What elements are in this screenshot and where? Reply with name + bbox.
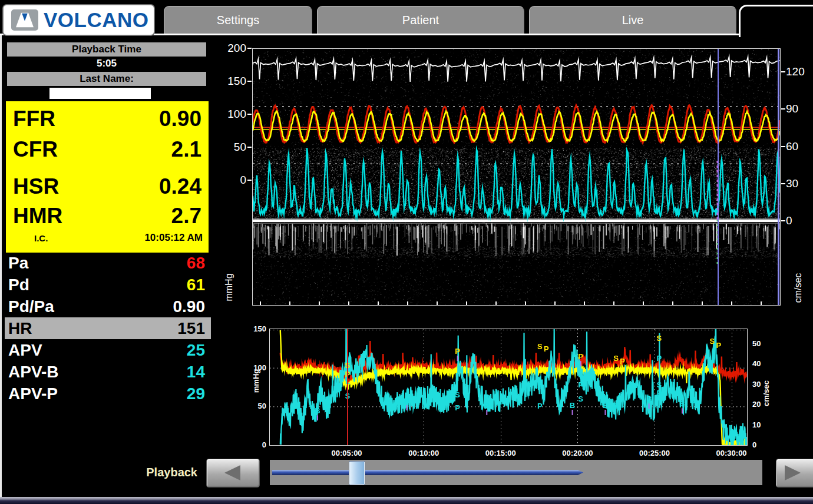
result-value: 0.90: [159, 107, 201, 131]
measurement-value: 0.90: [173, 297, 206, 316]
spectral-right-tickmark: [781, 108, 785, 110]
spectral-left-tick: 0: [220, 174, 246, 187]
trend-left-tick: 0: [249, 440, 266, 449]
measurement-row-pa: Pa68: [5, 252, 211, 274]
playback-label: Playback: [115, 466, 197, 479]
spectral-left-tick: 150: [220, 75, 246, 88]
measurement-row-hr: HR151: [5, 317, 211, 339]
trend-time-tick: 00:15:00: [477, 449, 524, 457]
spectral-cursor-line[interactable]: [718, 49, 719, 305]
volcano-logo-icon: [11, 9, 38, 31]
playback-time-value: 5:05: [7, 56, 206, 71]
measurement-value: 29: [187, 384, 205, 403]
trend-time-tick: 00:20:00: [554, 449, 601, 457]
spectral-right-edge-line: [778, 49, 779, 305]
spectral-left-tickmark: [247, 114, 252, 115]
step-back-button[interactable]: [206, 459, 260, 488]
last-name-field[interactable]: [49, 88, 151, 99]
spectral-right-tickmark: [781, 71, 785, 72]
right-arrow-icon: [785, 465, 801, 480]
measurement-label: Pd: [8, 276, 29, 294]
last-name-label: Last Name:: [7, 72, 206, 86]
spectral-left-tickmark: [247, 48, 252, 49]
tab-active-current[interactable]: [739, 5, 813, 37]
result-value: 2.7: [171, 204, 201, 228]
trend-time-tick: 00:25:00: [631, 449, 678, 457]
result-value: 0.24: [159, 174, 201, 199]
result-value: 2.1: [171, 137, 201, 162]
playback-slider-handle[interactable]: [349, 461, 365, 485]
spectral-left-tickmark: [247, 147, 252, 148]
result-row-ffr: FFR0.90: [6, 104, 209, 134]
result-row-hmr: HMR2.7: [6, 201, 209, 231]
measurement-row-apv-b: APV-B14: [5, 361, 211, 383]
left-edge-border: [0, 35, 2, 497]
ffr-cfr-panel: FFR0.90CFR2.1: [6, 101, 209, 170]
measurement-label: HR: [8, 319, 32, 338]
spectral-canvas: [253, 49, 780, 305]
step-forward-button[interactable]: [776, 459, 813, 488]
measurement-label: APV-P: [8, 384, 58, 403]
result-label: HSR: [13, 174, 59, 199]
trend-time-tick: 00:10:00: [400, 449, 447, 457]
hsr-hmr-panel: HSR0.24HMR2.7 I.C. 10:05:12 AM: [6, 170, 209, 253]
spectral-left-tick: 50: [220, 141, 246, 154]
measurement-row-pd-pa: Pd/Pa0.90: [5, 296, 211, 317]
measurement-label: APV: [8, 341, 42, 360]
measurement-list: Pa68Pd61Pd/Pa0.90HR151APV25APV-B14APV-P2…: [5, 252, 211, 404]
left-arrow-icon: [224, 465, 240, 480]
measurement-label: Pa: [8, 254, 28, 273]
measurement-label: APV-B: [8, 363, 59, 382]
result-row-hsr: HSR0.24: [6, 172, 209, 201]
tab-settings[interactable]: Settings: [164, 6, 312, 34]
measurement-value: 61: [187, 276, 205, 294]
spectral-left-tickmark: [247, 180, 252, 181]
spectral-right-axis-label: cm/sec: [793, 270, 805, 306]
measurement-value: 25: [187, 341, 205, 360]
spectral-right-tick: 90: [786, 102, 812, 115]
spectral-left-tick: 100: [220, 108, 246, 121]
trend-left-tick: 150: [249, 324, 266, 333]
trend-right-tick: 40: [752, 359, 770, 368]
trend-right-tick: 0: [752, 440, 770, 449]
spectral-right-tickmark: [781, 146, 785, 147]
trend-right-tick: 10: [752, 420, 770, 429]
measurement-value: 68: [187, 254, 205, 273]
playback-slider-track[interactable]: [270, 460, 762, 485]
trend-playback-cursor[interactable]: [347, 329, 348, 445]
playback-time-label: Playback Time: [7, 42, 206, 57]
tab-live[interactable]: Live: [529, 6, 736, 34]
trend-chart: [269, 329, 748, 446]
spectral-chart: [252, 48, 781, 306]
measurement-label: Pd/Pa: [8, 297, 54, 316]
record-mode-label: I.C.: [34, 233, 48, 243]
trend-left-tick: 50: [249, 402, 266, 410]
spectral-left-axis-label: mmHg: [224, 270, 236, 305]
playback-progress-line: [272, 470, 583, 475]
tab-patient[interactable]: Patient: [317, 6, 524, 34]
measurement-row-apv: APV25: [5, 339, 211, 361]
volcano-logo-text: VOLCANO: [44, 8, 149, 32]
result-row-cfr: CFR2.1: [6, 134, 209, 165]
result-label: HMR: [13, 204, 62, 228]
record-timestamp: 10:05:12 AM: [144, 232, 203, 244]
measurement-value: 151: [177, 319, 205, 338]
trend-time-tick: 00:30:00: [708, 449, 755, 457]
spectral-right-tickmark: [781, 183, 785, 184]
spectral-right-tickmark: [781, 220, 785, 221]
spectral-right-tick: 60: [786, 140, 812, 153]
spectral-left-tickmark: [247, 81, 252, 82]
spectral-right-tick: 30: [786, 177, 812, 190]
trend-right-tick: 50: [752, 339, 770, 348]
volcano-logo: VOLCANO: [3, 5, 154, 35]
spectral-right-tick: 0: [786, 214, 812, 227]
measurement-row-pd: Pd61: [5, 274, 211, 296]
spectral-left-tick: 200: [220, 42, 246, 55]
trend-right-axis-label: cm/sec: [762, 376, 774, 411]
trend-canvas: [270, 329, 747, 445]
trend-time-tick: 00:05:00: [323, 449, 371, 457]
volcano-console-screen: VOLCANO SettingsPatientLive Playback Tim…: [0, 0, 813, 504]
bottom-status-bar: [0, 497, 813, 504]
result-label: CFR: [13, 137, 58, 162]
measurement-value: 14: [187, 363, 205, 382]
